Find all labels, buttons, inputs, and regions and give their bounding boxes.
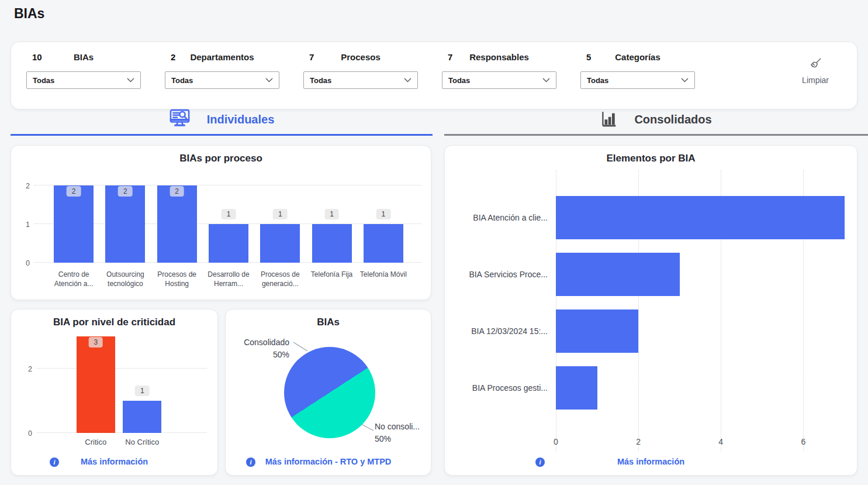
responsables-label: Responsables [469, 52, 529, 62]
y-axis-tick: 0 [17, 429, 32, 438]
more-info-link-pie[interactable]: Más información - RTO y MTPD [226, 457, 431, 466]
clear-filters-button[interactable]: Limpiar [802, 57, 829, 85]
data-label: 1 [376, 209, 390, 219]
chevron-down-icon [542, 78, 550, 82]
chevron-down-icon [404, 78, 411, 82]
tab-individuales[interactable]: Individuales [11, 105, 433, 136]
filter-categorias: 5 Categorías Todas [580, 52, 695, 89]
info-icon[interactable]: i [535, 458, 545, 467]
procesos-label: Procesos [341, 52, 381, 62]
responsables-count: 7 [448, 52, 452, 62]
tab-consolidados-label: Consolidados [634, 113, 711, 126]
bar[interactable] [157, 185, 197, 263]
x-axis-tick: 6 [801, 437, 805, 446]
departamentos-dropdown[interactable]: Todas [165, 71, 279, 89]
bias-dropdown[interactable]: Todas [26, 71, 141, 89]
bar-chart-icon [600, 110, 618, 130]
y-axis-tick: 2 [17, 365, 32, 373]
chart-title-elementos: Elementos por BIA [445, 146, 857, 164]
categorias-count: 5 [586, 52, 591, 62]
bar[interactable] [556, 253, 680, 296]
clear-filters-label: Limpiar [802, 75, 829, 85]
data-label: 2 [118, 186, 133, 197]
category-label: Procesos de Hosting [151, 270, 203, 288]
tab-individuales-label: Individuales [207, 113, 275, 126]
bar-column: 1 [119, 336, 166, 433]
bar-column: 2 [151, 185, 203, 263]
bar-chart-bias-por-proceso: 0122221111Centro de Atención a...Outsour… [11, 185, 431, 288]
bar[interactable] [77, 336, 115, 433]
card-elementos-por-bia: Elementos por BIA BIA Atención a clie...… [444, 145, 857, 476]
bar-row: BIA 12/03/2024 15:... [445, 309, 857, 353]
bar-column: 1 [203, 185, 254, 263]
card-bia-por-criticidad: BIA por nivel de criticidad 0231CriticoN… [11, 309, 218, 476]
data-label: 1 [135, 386, 150, 396]
bar[interactable] [364, 224, 403, 263]
x-axis-tick: 2 [636, 437, 641, 446]
bar-column: 1 [306, 185, 357, 263]
page-title: BIAs [14, 6, 44, 22]
y-axis-tick: 1 [15, 221, 30, 229]
bar-row: BIA Procesos gesti... [445, 366, 857, 410]
info-icon[interactable]: i [246, 458, 255, 467]
category-label: Procesos de generació... [254, 270, 306, 288]
filter-procesos: 7 Procesos Todas [303, 52, 418, 89]
chevron-down-icon [681, 78, 689, 82]
data-label: 2 [170, 186, 184, 197]
more-info-link-elementos[interactable]: Más información [445, 457, 857, 466]
filter-bias: 10 BIAs Todas [26, 52, 141, 89]
y-axis-tick: 0 [15, 259, 30, 267]
data-label: 1 [222, 209, 236, 219]
category-label: Critico [72, 437, 119, 448]
bar[interactable] [556, 196, 845, 239]
data-label: 1 [324, 209, 339, 219]
chart-title-criticidad: BIA por nivel de criticidad [11, 309, 217, 328]
data-label: 1 [273, 209, 288, 219]
chart-title-bias-pie: BIAs [226, 309, 431, 328]
bar[interactable] [209, 224, 248, 263]
pie-chart-bias[interactable] [284, 347, 375, 438]
filter-responsables: 7 Responsables Todas [442, 52, 556, 89]
pie-label-no-consolidado: No consoli... 50% [375, 421, 420, 445]
info-icon[interactable]: i [50, 458, 59, 467]
bar[interactable] [556, 309, 638, 353]
filter-departamentos: 2 Departamentos Todas [165, 52, 279, 89]
category-label: Desarrollo de Herram... [203, 270, 254, 288]
more-info-link-criticidad[interactable]: Más información [11, 457, 217, 466]
bar[interactable] [260, 224, 300, 263]
category-label: Centro de Atención a... [48, 270, 99, 288]
bar-row: BIA Atención a clie... [445, 195, 857, 239]
category-label: Telefonía Móvil [358, 270, 409, 288]
bar[interactable] [123, 401, 161, 433]
x-axis-tick: 4 [718, 437, 723, 446]
bar-column: 2 [99, 185, 151, 263]
category-label: No Crítico [119, 437, 166, 448]
chevron-down-icon [127, 78, 134, 82]
filter-bar: 10 BIAs Todas 2 Departamentos Todas 7 Pr… [11, 42, 857, 109]
card-bias-por-proceso: BIAs por proceso 0122221111Centro de Ate… [11, 145, 431, 300]
bias-label: BIAs [74, 52, 94, 62]
monitor-search-icon [169, 109, 191, 130]
data-label: 2 [67, 186, 81, 197]
bar-column: 1 [254, 185, 306, 263]
bar[interactable] [54, 185, 94, 263]
bar[interactable] [556, 366, 597, 410]
chart-title-bias-por-proceso: BIAs por proceso [11, 146, 431, 164]
categorias-label: Categorías [615, 52, 660, 62]
tab-consolidados[interactable]: Consolidados [444, 105, 868, 136]
bar-column: 3 [72, 336, 119, 433]
responsables-dropdown[interactable]: Todas [442, 71, 556, 89]
y-axis-tick: 2 [15, 182, 30, 190]
categorias-dropdown[interactable]: Todas [580, 71, 695, 89]
card-bias-pie: BIAs Consolidado 50% No consoli... 50% i… [225, 309, 431, 476]
category-label: Telefonía Fija [306, 270, 357, 288]
procesos-dropdown[interactable]: Todas [303, 71, 418, 89]
pie-label-consolidado: Consolidado 50% [244, 336, 289, 361]
chevron-down-icon [265, 78, 273, 82]
broom-icon [808, 64, 823, 74]
bar[interactable] [312, 224, 352, 263]
x-axis-tick: 0 [554, 437, 558, 446]
category-label: Outsourcing tecnológico [99, 270, 151, 288]
bar[interactable] [105, 185, 145, 263]
departamentos-label: Departamentos [190, 52, 254, 62]
